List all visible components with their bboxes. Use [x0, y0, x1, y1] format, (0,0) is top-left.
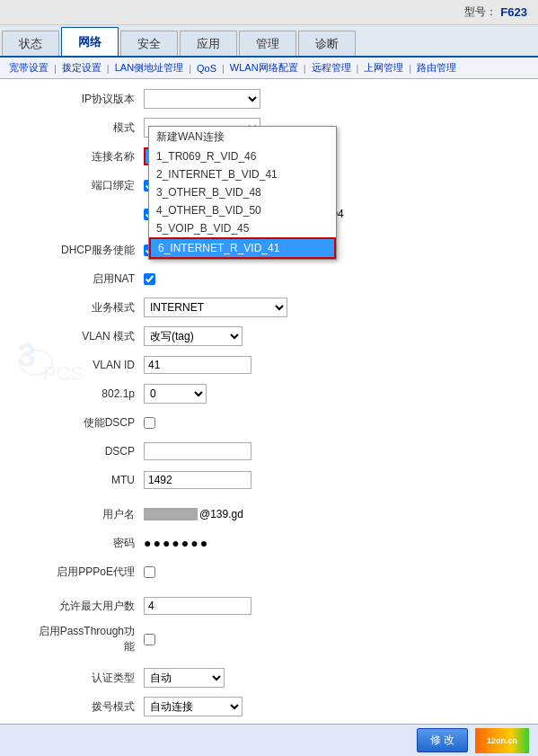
dropdown-item-2[interactable]: 2_INTERNET_B_VID_41 [149, 165, 336, 183]
service-mode-select[interactable]: INTERNET [144, 298, 287, 317]
dropdown-item-1[interactable]: 1_TR069_R_VID_46 [149, 147, 336, 165]
dial-mode-label: 拨号模式 [36, 699, 144, 715]
nat-row: 启用NAT [36, 268, 520, 289]
sub-nav-route[interactable]: 路由管理 [411, 61, 462, 75]
max-users-input[interactable] [144, 597, 251, 615]
nat-checkbox[interactable] [144, 273, 155, 285]
bottom-bar: 修 改 12on.cn [0, 724, 538, 756]
logo-banner: 12on.cn [475, 728, 529, 753]
dropdown-item-4[interactable]: 4_OTHER_B_VID_50 [149, 201, 336, 219]
conn-name-label: 连接名称 [36, 149, 144, 165]
dot1p-select[interactable]: 0 [144, 384, 207, 404]
tab-status[interactable]: 状态 [2, 31, 59, 56]
username-value: @139.gd [144, 508, 243, 520]
dscp-row: DSCP [36, 440, 520, 462]
dscp-input[interactable] [144, 442, 251, 460]
max-users-label: 允许最大用户数 [36, 599, 144, 614]
sub-nav-qos[interactable]: QoS [191, 63, 222, 74]
ip-protocol-row: IP协议版本 [36, 88, 520, 110]
tab-app[interactable]: 应用 [180, 31, 237, 56]
password-dots: ●●●●●●● [144, 536, 209, 550]
port-bind-label: 端口绑定 [36, 178, 144, 193]
content-area: 3 PCS 新建WAN连接 1_TR069_R_VID_46 2_INTERNE… [0, 79, 538, 742]
mode-label: 模式 [36, 120, 144, 136]
dot1p-row: 802.1p 0 [36, 383, 520, 405]
pppoe-proxy-checkbox[interactable] [144, 566, 155, 578]
vlan-id-row: VLAN ID [36, 354, 520, 376]
dhcp-label: DHCP服务使能 [36, 243, 144, 258]
pppoe-proxy-row: 启用PPPoE代理 [36, 561, 520, 583]
sub-nav-internet[interactable]: 上网管理 [358, 61, 409, 75]
tab-manage[interactable]: 管理 [239, 31, 296, 56]
dropdown-item-6[interactable]: 6_INTERNET_R_VID_41 [149, 237, 336, 259]
sub-nav-broadband[interactable]: 宽带设置 [4, 61, 54, 75]
modify-button[interactable]: 修 改 [417, 728, 468, 752]
auth-type-row: 认证类型 自动 [36, 667, 520, 689]
sub-nav: 宽带设置 | 拨定设置 | LAN侧地址管理 | QoS | WLAN网络配置 … [0, 58, 538, 79]
sub-nav-lan[interactable]: LAN侧地址管理 [110, 61, 189, 75]
dscp-enable-label: 使能DSCP [36, 415, 144, 431]
passthrough-label: 启用PassThrough功能 [36, 624, 144, 654]
dial-mode-row: 拨号模式 自动连接 [36, 696, 520, 717]
dropdown-overlay: 新建WAN连接 1_TR069_R_VID_46 2_INTERNET_B_VI… [148, 126, 337, 260]
logo-text: 12on.cn [487, 736, 517, 745]
password-label: 密码 [36, 536, 144, 551]
model-bar: 型号： F623 [0, 0, 538, 25]
pppoe-proxy-label: 启用PPPoE代理 [36, 565, 144, 580]
vlan-mode-label: VLAN 模式 [36, 329, 144, 344]
dropdown-item-new-wan[interactable]: 新建WAN连接 [149, 127, 336, 147]
auth-type-select[interactable]: 自动 [144, 668, 225, 688]
ip-protocol-label: IP协议版本 [36, 92, 144, 107]
model-value: F623 [500, 5, 527, 19]
vlan-mode-row: VLAN 模式 改写(tag) [36, 325, 520, 347]
dscp-checkbox[interactable] [144, 417, 155, 429]
passthrough-row: 启用PassThrough功能 [36, 624, 520, 654]
dscp-label: DSCP [36, 445, 144, 458]
dial-mode-select[interactable]: 自动连接 [144, 697, 243, 716]
dscp-enable-row: 使能DSCP [36, 412, 520, 433]
dropdown-item-3[interactable]: 3_OTHER_B_VID_48 [149, 183, 336, 201]
tab-security[interactable]: 安全 [120, 31, 178, 56]
dot1p-label: 802.1p [36, 387, 144, 400]
max-users-row: 允许最大用户数 [36, 595, 520, 617]
main-nav: 状态 网络 安全 应用 管理 诊断 [0, 25, 538, 58]
password-row: 密码 ●●●●●●● [36, 532, 520, 554]
username-row: 用户名 @139.gd [36, 503, 520, 525]
username-masked [144, 508, 198, 520]
service-mode-row: 业务模式 INTERNET [36, 297, 520, 318]
tab-diagnose[interactable]: 诊断 [298, 31, 356, 56]
sub-nav-remote[interactable]: 远程管理 [306, 61, 357, 75]
ip-protocol-value [144, 89, 260, 109]
service-mode-label: 业务模式 [36, 300, 144, 316]
sub-nav-dial[interactable]: 拨定设置 [57, 61, 107, 75]
mtu-label: MTU [36, 474, 144, 486]
auth-type-label: 认证类型 [36, 671, 144, 686]
username-label: 用户名 [36, 507, 144, 522]
dropdown-item-5[interactable]: 5_VOIP_B_VID_45 [149, 219, 336, 237]
sub-nav-wlan[interactable]: WLAN网络配置 [225, 61, 304, 75]
username-suffix: @139.gd [199, 508, 243, 520]
vlan-id-input[interactable] [144, 356, 251, 374]
vlan-id-label: VLAN ID [36, 359, 144, 371]
nat-label: 启用NAT [36, 271, 144, 287]
passthrough-checkbox[interactable] [144, 634, 155, 645]
tab-network[interactable]: 网络 [61, 27, 119, 56]
vlan-mode-select[interactable]: 改写(tag) [144, 326, 243, 346]
mtu-input[interactable] [144, 471, 251, 489]
mtu-row: MTU [36, 469, 520, 491]
ip-protocol-select[interactable] [144, 89, 260, 109]
model-label: 型号： [464, 4, 497, 20]
